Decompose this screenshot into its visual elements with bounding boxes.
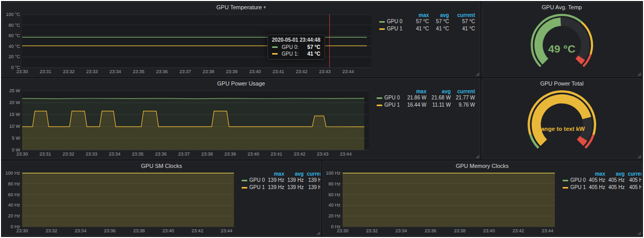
svg-text:40 Hz: 40 Hz [8, 202, 20, 208]
panel-body: 0 Hz20 Hz40 Hz60 Hz80 Hz100 Hz23:3023:32… [3, 171, 320, 235]
panel-title-gpu-memory-clocks[interactable]: GPU Memory Clocks [323, 161, 641, 171]
legend-series-label[interactable]: GPU 0 [240, 177, 266, 184]
panel-title-gpu-temperature[interactable]: GPU Temperature ▾ [3, 3, 480, 12]
svg-text:23:30: 23:30 [16, 228, 28, 233]
legend-series-label[interactable]: GPU 0 [561, 177, 587, 184]
svg-text:23:44: 23:44 [221, 228, 233, 233]
legend-series-value: 139 Hz [305, 184, 321, 191]
legend-series-label[interactable]: GPU 1 [375, 101, 404, 109]
svg-text:23:36: 23:36 [156, 69, 168, 74]
legend-series-value: 21.68 W [428, 94, 452, 101]
panel-title-gpu-sm-clocks[interactable]: GPU SM Clocks [3, 161, 320, 171]
svg-text:23:35: 23:35 [132, 151, 144, 157]
panel-resize-handle[interactable] [637, 155, 641, 158]
legend-sort-header[interactable]: max [587, 171, 607, 177]
svg-text:23:33: 23:33 [86, 151, 97, 157]
tooltip-series-value: 57 °C [302, 44, 320, 50]
panel-title-gpu-power-total[interactable]: GPU Power Total [482, 79, 641, 88]
legend-series-label[interactable]: GPU 0 [378, 18, 411, 25]
legend-sort-header[interactable]: max [266, 171, 286, 177]
gpu-temperature-chart[interactable]: 0 °C20 °C40 °C60 °C80 °C100 °C23:3023:31… [5, 12, 375, 75]
panel-title-gpu-power-usage[interactable]: GPU Power Usage [3, 79, 480, 88]
legend-series-label[interactable]: GPU 1 [561, 184, 587, 191]
legend-sort-header[interactable]: current [450, 12, 477, 18]
gpu-memory-clocks-chart-canvas[interactable]: 0 Hz20 Hz40 Hz60 Hz80 Hz100 Hz23:3023:32… [325, 171, 558, 234]
legend-series-label[interactable]: GPU 1 [240, 184, 266, 191]
svg-text:23:37: 23:37 [178, 151, 190, 157]
legend-series-row: GPU 0405 Hz405 Hz405 Hz [561, 177, 642, 184]
panel-resize-handle[interactable] [316, 231, 320, 235]
legend-series-row: GPU 141 °C41 °C41 °C [378, 25, 477, 32]
grafana-dashboard: GPU Temperature ▾ 0 °C20 °C40 °C60 °C80 … [0, 0, 644, 238]
svg-text:23:43: 23:43 [317, 151, 329, 157]
panel-body: 0 °C20 °C40 °C60 °C80 °C100 °C23:3023:31… [3, 12, 480, 76]
svg-text:80 Hz: 80 Hz [328, 181, 341, 186]
legend-series-row: GPU 1139 Hz139 Hz139 Hz [240, 184, 321, 191]
legend-series-value: 21.77 W [452, 94, 477, 101]
panel-resize-handle[interactable] [637, 231, 641, 235]
power-total-gauge-value: range to text kW [539, 126, 585, 132]
legend-series-value: 139 Hz [286, 177, 306, 184]
legend-sort-header[interactable]: current [305, 171, 321, 177]
gpu-sm-clocks-chart-canvas[interactable]: 0 Hz20 Hz40 Hz60 Hz80 Hz100 Hz23:3023:32… [5, 171, 237, 234]
legend-name-header [375, 89, 404, 94]
series-color-dash-icon [272, 53, 278, 55]
series-color-dash-icon [242, 180, 247, 181]
svg-text:23:43: 23:43 [319, 69, 331, 74]
panel-menu-caret-icon: ▾ [263, 5, 266, 10]
gpu-power-usage-chart-canvas[interactable]: 0 W5 W10 W15 W20 W25 W23:3023:3123:3223:… [5, 88, 372, 157]
series-color-dash-icon [563, 187, 568, 189]
legend-series-label[interactable]: GPU 0 [375, 94, 404, 101]
legend-series-value: 405 Hz [587, 177, 607, 184]
legend-sort-header[interactable]: current [452, 89, 477, 94]
svg-text:25 W: 25 W [9, 88, 21, 93]
dashboard-row-3: GPU SM Clocks 0 Hz20 Hz40 Hz60 Hz80 Hz10… [2, 161, 642, 236]
svg-text:23:41: 23:41 [270, 151, 282, 157]
svg-text:23:36: 23:36 [425, 228, 436, 233]
legend-sort-header[interactable]: avg [428, 89, 452, 94]
series-color-dash-icon [379, 28, 385, 30]
gpu-sm-clocks-chart[interactable]: 0 Hz20 Hz40 Hz60 Hz80 Hz100 Hz23:3023:32… [5, 171, 237, 234]
panel-resize-handle[interactable] [637, 72, 641, 76]
power-total-gauge: range to text kW [516, 89, 607, 158]
legend-series-value: 405 Hz [587, 184, 607, 191]
legend-series-row: GPU 021.86 W21.68 W21.77 W [375, 94, 477, 101]
svg-text:23:44: 23:44 [340, 151, 352, 157]
legend-series-value: 405 Hz [607, 177, 626, 184]
svg-text:23:39: 23:39 [226, 69, 238, 74]
svg-text:100 Hz: 100 Hz [326, 171, 341, 176]
svg-text:23:31: 23:31 [40, 69, 52, 74]
svg-text:23:40: 23:40 [162, 228, 174, 233]
panel-title-text: GPU SM Clocks [141, 163, 182, 169]
avg-temp-gauge: 49 °C [520, 13, 603, 75]
svg-text:23:34: 23:34 [109, 151, 121, 157]
svg-text:40 Hz: 40 Hz [328, 202, 341, 208]
legend-sort-header[interactable]: avg [286, 171, 306, 177]
panel-resize-handle[interactable] [476, 155, 479, 158]
gpu-power-usage-chart[interactable]: 0 W5 W10 W15 W20 W25 W23:3023:3123:3223:… [5, 88, 372, 157]
legend-sort-header[interactable]: current [626, 171, 642, 177]
legend-series-row: GPU 1405 Hz405 Hz405 Hz [561, 184, 642, 191]
legend-sort-header[interactable]: max [411, 12, 431, 18]
legend-name-header [240, 171, 266, 177]
legend-sort-header[interactable]: max [404, 89, 428, 94]
panel-title-text: GPU Power Usage [217, 80, 265, 87]
gpu-memory-clocks-chart[interactable]: 0 Hz20 Hz40 Hz60 Hz80 Hz100 Hz23:3023:32… [325, 171, 558, 234]
legend-series-value: 41 °C [431, 25, 451, 32]
svg-text:15 W: 15 W [9, 112, 21, 117]
panel-resize-handle[interactable] [476, 72, 479, 76]
svg-text:23:37: 23:37 [179, 69, 191, 74]
gpu-temperature-legend: maxavgcurrentGPU 057 °C57 °C57 °CGPU 141… [375, 12, 478, 75]
legend-series-value: 405 Hz [626, 177, 642, 184]
legend-series-row: GPU 057 °C57 °C57 °C [378, 18, 477, 25]
panel-title-gpu-avg-temp[interactable]: GPU Avg. Temp [482, 3, 641, 12]
legend-sort-header[interactable]: avg [607, 171, 626, 177]
legend-series-label[interactable]: GPU 1 [378, 25, 411, 32]
svg-text:23:38: 23:38 [133, 228, 145, 233]
svg-text:23:42: 23:42 [513, 228, 524, 233]
svg-text:20 Hz: 20 Hz [328, 213, 341, 218]
legend-sort-header[interactable]: avg [431, 12, 451, 18]
legend-series-row: GPU 116.44 W11.11 W9.76 W [375, 101, 477, 109]
panel-gpu-power-usage: GPU Power Usage 0 W5 W10 W15 W20 W25 W23… [2, 78, 480, 159]
gpu-power-usage-legend: maxavgcurrentGPU 021.86 W21.68 W21.77 WG… [372, 88, 478, 157]
